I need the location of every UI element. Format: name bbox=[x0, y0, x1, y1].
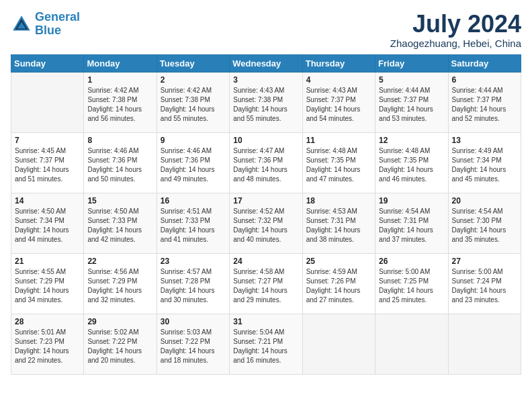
day-number: 9 bbox=[161, 136, 226, 145]
calendar-cell bbox=[11, 72, 84, 132]
calendar-cell: 26Sunrise: 5:00 AM Sunset: 7:25 PM Dayli… bbox=[375, 253, 448, 314]
logo-text: General Blue bbox=[35, 11, 80, 38]
calendar-cell: 18Sunrise: 4:53 AM Sunset: 7:31 PM Dayli… bbox=[302, 193, 375, 253]
day-number: 11 bbox=[306, 136, 371, 145]
day-number: 12 bbox=[379, 136, 444, 145]
calendar-cell: 14Sunrise: 4:50 AM Sunset: 7:34 PM Dayli… bbox=[11, 193, 84, 253]
column-header-sunday: Sunday bbox=[11, 54, 84, 72]
day-info: Sunrise: 5:04 AM Sunset: 7:21 PM Dayligh… bbox=[233, 328, 298, 365]
day-info: Sunrise: 4:46 AM Sunset: 7:36 PM Dayligh… bbox=[87, 146, 152, 184]
calendar-cell: 10Sunrise: 4:47 AM Sunset: 7:36 PM Dayli… bbox=[230, 132, 302, 193]
calendar-cell: 4Sunrise: 4:43 AM Sunset: 7:37 PM Daylig… bbox=[302, 72, 375, 132]
calendar-week-4: 21Sunrise: 4:55 AM Sunset: 7:29 PM Dayli… bbox=[11, 253, 521, 314]
day-number: 23 bbox=[161, 257, 226, 266]
day-number: 18 bbox=[306, 196, 371, 205]
calendar-cell: 27Sunrise: 5:00 AM Sunset: 7:24 PM Dayli… bbox=[448, 253, 521, 314]
day-number: 19 bbox=[379, 196, 444, 205]
calendar-week-5: 28Sunrise: 5:01 AM Sunset: 7:23 PM Dayli… bbox=[11, 314, 521, 374]
column-header-saturday: Saturday bbox=[448, 54, 521, 72]
calendar-week-3: 14Sunrise: 4:50 AM Sunset: 7:34 PM Dayli… bbox=[11, 193, 521, 253]
day-number: 4 bbox=[306, 75, 371, 85]
day-info: Sunrise: 4:46 AM Sunset: 7:36 PM Dayligh… bbox=[161, 146, 226, 184]
calendar-week-2: 7Sunrise: 4:45 AM Sunset: 7:37 PM Daylig… bbox=[11, 132, 521, 193]
day-number: 26 bbox=[379, 257, 444, 266]
day-info: Sunrise: 4:50 AM Sunset: 7:33 PM Dayligh… bbox=[87, 207, 152, 244]
calendar-cell: 28Sunrise: 5:01 AM Sunset: 7:23 PM Dayli… bbox=[11, 314, 84, 374]
column-header-monday: Monday bbox=[84, 54, 157, 72]
calendar-cell: 11Sunrise: 4:48 AM Sunset: 7:35 PM Dayli… bbox=[302, 132, 375, 193]
day-number: 24 bbox=[233, 257, 298, 266]
calendar-cell: 21Sunrise: 4:55 AM Sunset: 7:29 PM Dayli… bbox=[11, 253, 84, 314]
day-number: 8 bbox=[87, 136, 152, 145]
calendar-cell: 19Sunrise: 4:54 AM Sunset: 7:31 PM Dayli… bbox=[375, 193, 448, 253]
calendar-cell: 2Sunrise: 4:42 AM Sunset: 7:38 PM Daylig… bbox=[157, 72, 229, 132]
column-header-tuesday: Tuesday bbox=[157, 54, 229, 72]
page-header: General Blue July 2024 Zhaogezhuang, Heb… bbox=[11, 11, 521, 49]
calendar-cell: 22Sunrise: 4:56 AM Sunset: 7:29 PM Dayli… bbox=[84, 253, 157, 314]
logo-line2: Blue bbox=[35, 24, 61, 37]
day-number: 28 bbox=[15, 317, 80, 326]
logo: General Blue bbox=[11, 11, 80, 38]
logo-icon bbox=[11, 13, 32, 35]
day-info: Sunrise: 5:03 AM Sunset: 7:22 PM Dayligh… bbox=[161, 328, 226, 365]
day-info: Sunrise: 5:01 AM Sunset: 7:23 PM Dayligh… bbox=[15, 328, 80, 365]
day-info: Sunrise: 4:58 AM Sunset: 7:27 PM Dayligh… bbox=[233, 267, 298, 305]
day-number: 21 bbox=[15, 257, 80, 266]
column-header-wednesday: Wednesday bbox=[230, 54, 302, 72]
calendar-cell: 8Sunrise: 4:46 AM Sunset: 7:36 PM Daylig… bbox=[84, 132, 157, 193]
day-info: Sunrise: 4:56 AM Sunset: 7:29 PM Dayligh… bbox=[87, 267, 152, 305]
calendar-week-1: 1Sunrise: 4:42 AM Sunset: 7:38 PM Daylig… bbox=[11, 72, 521, 132]
column-header-thursday: Thursday bbox=[302, 54, 375, 72]
calendar-cell: 30Sunrise: 5:03 AM Sunset: 7:22 PM Dayli… bbox=[157, 314, 229, 374]
day-number: 29 bbox=[87, 317, 152, 326]
calendar-cell: 9Sunrise: 4:46 AM Sunset: 7:36 PM Daylig… bbox=[157, 132, 229, 193]
calendar-cell: 31Sunrise: 5:04 AM Sunset: 7:21 PM Dayli… bbox=[230, 314, 302, 374]
calendar-cell: 5Sunrise: 4:44 AM Sunset: 7:37 PM Daylig… bbox=[375, 72, 448, 132]
calendar-cell: 13Sunrise: 4:49 AM Sunset: 7:34 PM Dayli… bbox=[448, 132, 521, 193]
day-number: 14 bbox=[15, 196, 80, 205]
day-info: Sunrise: 4:48 AM Sunset: 7:35 PM Dayligh… bbox=[379, 146, 444, 184]
calendar-cell: 6Sunrise: 4:44 AM Sunset: 7:37 PM Daylig… bbox=[448, 72, 521, 132]
day-info: Sunrise: 4:42 AM Sunset: 7:38 PM Dayligh… bbox=[161, 86, 226, 124]
day-number: 1 bbox=[87, 75, 152, 85]
calendar-cell: 7Sunrise: 4:45 AM Sunset: 7:37 PM Daylig… bbox=[11, 132, 84, 193]
calendar-cell: 12Sunrise: 4:48 AM Sunset: 7:35 PM Dayli… bbox=[375, 132, 448, 193]
day-info: Sunrise: 4:55 AM Sunset: 7:29 PM Dayligh… bbox=[15, 267, 80, 305]
day-number: 17 bbox=[233, 196, 298, 205]
calendar-cell: 1Sunrise: 4:42 AM Sunset: 7:38 PM Daylig… bbox=[84, 72, 157, 132]
day-info: Sunrise: 4:50 AM Sunset: 7:34 PM Dayligh… bbox=[15, 207, 80, 244]
day-info: Sunrise: 4:42 AM Sunset: 7:38 PM Dayligh… bbox=[87, 86, 152, 124]
day-number: 15 bbox=[87, 196, 152, 205]
day-info: Sunrise: 4:54 AM Sunset: 7:31 PM Dayligh… bbox=[379, 207, 444, 244]
day-number: 10 bbox=[233, 136, 298, 145]
day-info: Sunrise: 5:00 AM Sunset: 7:25 PM Dayligh… bbox=[379, 267, 444, 305]
day-number: 6 bbox=[452, 75, 517, 85]
calendar-cell: 15Sunrise: 4:50 AM Sunset: 7:33 PM Dayli… bbox=[84, 193, 157, 253]
calendar-cell bbox=[448, 314, 521, 374]
calendar-cell: 17Sunrise: 4:52 AM Sunset: 7:32 PM Dayli… bbox=[230, 193, 302, 253]
day-number: 5 bbox=[379, 75, 444, 85]
calendar-cell bbox=[375, 314, 448, 374]
day-number: 30 bbox=[161, 317, 226, 326]
day-number: 20 bbox=[452, 196, 517, 205]
day-number: 13 bbox=[452, 136, 517, 145]
day-info: Sunrise: 5:00 AM Sunset: 7:24 PM Dayligh… bbox=[452, 267, 517, 305]
day-info: Sunrise: 4:49 AM Sunset: 7:34 PM Dayligh… bbox=[452, 146, 517, 184]
day-number: 27 bbox=[452, 257, 517, 266]
calendar-cell: 3Sunrise: 4:43 AM Sunset: 7:38 PM Daylig… bbox=[230, 72, 302, 132]
title-block: July 2024 Zhaogezhuang, Hebei, China bbox=[390, 11, 521, 49]
column-header-friday: Friday bbox=[375, 54, 448, 72]
day-number: 16 bbox=[161, 196, 226, 205]
calendar-cell: 24Sunrise: 4:58 AM Sunset: 7:27 PM Dayli… bbox=[230, 253, 302, 314]
day-info: Sunrise: 4:59 AM Sunset: 7:26 PM Dayligh… bbox=[306, 267, 371, 305]
day-number: 25 bbox=[306, 257, 371, 266]
day-info: Sunrise: 4:48 AM Sunset: 7:35 PM Dayligh… bbox=[306, 146, 371, 184]
day-info: Sunrise: 5:02 AM Sunset: 7:22 PM Dayligh… bbox=[87, 328, 152, 365]
day-number: 7 bbox=[15, 136, 80, 145]
day-info: Sunrise: 4:45 AM Sunset: 7:37 PM Dayligh… bbox=[15, 146, 80, 184]
day-number: 3 bbox=[233, 75, 298, 85]
day-number: 2 bbox=[161, 75, 226, 85]
day-info: Sunrise: 4:44 AM Sunset: 7:37 PM Dayligh… bbox=[452, 86, 517, 124]
day-info: Sunrise: 4:44 AM Sunset: 7:37 PM Dayligh… bbox=[379, 86, 444, 124]
calendar-cell: 23Sunrise: 4:57 AM Sunset: 7:28 PM Dayli… bbox=[157, 253, 229, 314]
